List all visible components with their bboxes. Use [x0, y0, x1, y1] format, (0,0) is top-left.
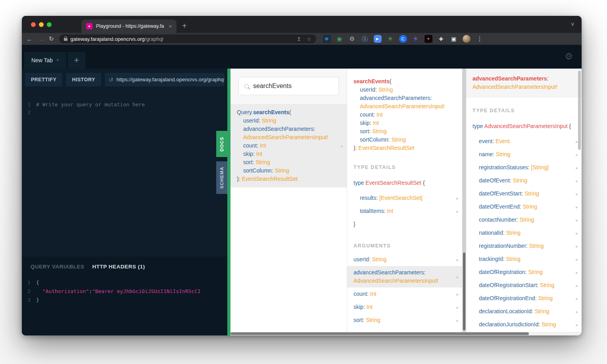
split-screen-icon[interactable]: ▣: [450, 35, 458, 43]
field-row-dateofevent[interactable]: dateOfEvent: String▸: [466, 174, 582, 187]
playground-tab-label: New Tab: [31, 57, 53, 63]
browser-menu-icon[interactable]: ⋮: [477, 35, 483, 42]
c-circle-extension-icon[interactable]: C: [399, 35, 407, 43]
field-row-dateofregistrationend[interactable]: dateOfRegistrationEnd: String▸: [466, 292, 582, 305]
argument-type-line: AdvancedSearchParametersInput!: [353, 277, 452, 285]
argument-row-advancedsearchparameters[interactable]: advancedSearchParameters: AdvancedSearch…: [347, 266, 462, 287]
http-headers-tab[interactable]: HTTP HEADERS (1): [92, 264, 145, 270]
signature-line: userId: String: [237, 117, 337, 125]
argument-row-skip[interactable]: skip: Int ▸: [347, 301, 462, 314]
reload-button[interactable]: ↻: [49, 35, 54, 42]
field-row-event[interactable]: event: Event▸: [466, 135, 582, 148]
playground-tab-close-icon[interactable]: ×: [56, 57, 59, 63]
field-row-results[interactable]: results: [EventSearchSet] ▸: [347, 192, 462, 205]
scrollbar-thumb[interactable]: [463, 253, 465, 330]
browser-tabstrip: ✶ Playground - https://gateway.fa × + ∨: [22, 16, 582, 33]
search-icon: [244, 84, 249, 88]
zoom-window-button[interactable]: [47, 22, 52, 27]
query-editor[interactable]: 1 # Write your query or mutation here 2: [22, 90, 227, 257]
field-row-trackingid[interactable]: trackingId: String▸: [466, 253, 582, 266]
docs-side-tab[interactable]: DOCS: [216, 131, 227, 157]
expand-arrow-icon: ▸: [576, 294, 578, 303]
chevron-down-icon[interactable]: ∨: [571, 21, 574, 27]
header-value: "Bearer eyJhbGciOiJSUzI1NiIsInR5cCI: [92, 288, 201, 294]
window-controls: [31, 22, 52, 27]
input-column-scrollbar-thumb[interactable]: [578, 71, 581, 150]
editor-line: 2: [22, 109, 227, 117]
expand-arrow-icon: ▸: [576, 281, 578, 289]
url-host: gateway.farajaland.opencrvs.org: [71, 36, 145, 42]
docs-search-input[interactable]: [253, 82, 333, 90]
docs-column-scrollbar[interactable]: [462, 69, 466, 335]
argument-row-sort[interactable]: sort: String ▸: [347, 314, 462, 327]
signature-line: sort: String: [237, 158, 337, 167]
docs-panel-divider[interactable]: [227, 69, 231, 335]
profile-avatar[interactable]: [463, 35, 471, 43]
tab-close-icon[interactable]: ×: [169, 23, 172, 29]
forward-button[interactable]: →: [38, 36, 44, 42]
new-tab-button[interactable]: +: [182, 22, 187, 30]
signature-line: ): EventSearchResultSet: [237, 175, 337, 183]
workspace-toolbar: PRETTIFY HISTORY ↺ https://gateway.faraj…: [22, 69, 227, 90]
signature-line: count: Int: [353, 111, 456, 119]
field-row-dateofregistrationstart[interactable]: dateOfRegistrationStart: String▸: [466, 279, 582, 292]
argument-row-userid[interactable]: userId: String ▸: [347, 253, 462, 266]
signature-line: AdvancedSearchParametersInput!: [353, 102, 456, 111]
close-window-button[interactable]: [31, 22, 36, 27]
extensions-puzzle-icon[interactable]: ✚: [437, 35, 445, 43]
bookmark-star-icon[interactable]: ☆: [307, 36, 311, 42]
minimize-window-button[interactable]: [39, 22, 44, 27]
field-row-name[interactable]: name: String▸: [466, 148, 582, 161]
signature-line: sortColumn: String: [353, 136, 456, 144]
docs-search-box[interactable]: [238, 77, 339, 95]
gear-extension-icon[interactable]: ⚙: [348, 35, 356, 43]
desktop-background: ✶ Playground - https://gateway.fa × + ∨ …: [0, 0, 607, 364]
browser-tab-title: Playground - https://gateway.fa: [96, 23, 164, 29]
endpoint-input[interactable]: ↺ https://gateway.farajaland.opencrvs.or…: [105, 73, 224, 86]
field-row-declarationlocationid[interactable]: declarationLocationId: String▸: [466, 305, 582, 318]
signature-line: count: Int: [237, 142, 337, 150]
field-row-registrationstatuses[interactable]: registrationStatuses: [String]▸: [466, 161, 582, 174]
playground-settings-gear-icon[interactable]: ⚙: [565, 51, 573, 62]
a-circle-extension-icon[interactable]: Ⓐ: [361, 35, 369, 43]
lighthouse-icon[interactable]: ◉: [336, 35, 344, 43]
scrollbar-thumb[interactable]: [231, 332, 529, 335]
field-row-declarationjurisdictionid[interactable]: declarationJurisdictionId: String▸: [466, 318, 582, 331]
browser-tab[interactable]: ✶ Playground - https://gateway.fa ×: [81, 19, 177, 33]
field-row-contactnumber[interactable]: contactNumber: String▸: [466, 213, 582, 226]
react-devtools-icon[interactable]: ⚛: [323, 35, 331, 43]
field-row-registrationnumber[interactable]: registrationNumber: String▸: [466, 239, 582, 253]
playground-add-tab-button[interactable]: +: [68, 52, 85, 69]
address-bar[interactable]: gateway.farajaland.opencrvs.org/graphql …: [59, 34, 316, 43]
expand-arrow-icon: ▸: [341, 142, 343, 150]
expand-arrow-icon: ▸: [576, 176, 578, 185]
arguments-heading: ARGUMENTS: [347, 243, 462, 249]
expand-arrow-icon: ▸: [456, 207, 459, 215]
dark-tile-extension-icon[interactable]: ✦: [425, 35, 432, 43]
field-row-nationalid[interactable]: nationalId: String▸: [466, 226, 582, 239]
share-icon[interactable]: ↥: [297, 36, 301, 42]
variables-pane: QUERY VARIABLES HTTP HEADERS (1) 1 { 2 "…: [22, 257, 227, 335]
field-row-totalitems[interactable]: totalItems: Int ▸: [347, 205, 462, 218]
purple-asterisk-extension-icon[interactable]: ✳: [412, 35, 420, 43]
arguments-list: userId: String ▸ advancedSearchParameter…: [347, 253, 462, 327]
endpoint-reload-icon[interactable]: ↺: [109, 77, 113, 83]
history-button[interactable]: HISTORY: [66, 73, 101, 86]
query-searchevents-item[interactable]: Query.searchEvents( userId: String advan…: [231, 104, 347, 188]
playground-tab[interactable]: New Tab ×: [24, 52, 66, 69]
field-row-dateofeventstart[interactable]: dateOfEventStart: String▸: [466, 187, 582, 200]
argument-name-line: advancedSearchParameters:: [353, 268, 452, 277]
prettify-button[interactable]: PRETTIFY: [25, 73, 62, 86]
expand-arrow-icon: ▸: [576, 150, 578, 159]
video-call-extension-icon[interactable]: ▶: [374, 35, 382, 43]
back-button[interactable]: ←: [27, 36, 33, 42]
schema-side-tab[interactable]: SCHEMA: [216, 161, 227, 194]
http-headers-editor[interactable]: 1 { 2 "Authorization":"Bearer eyJhbGciOi…: [22, 278, 227, 305]
green-asterisk-extension-icon[interactable]: ✳: [386, 35, 394, 43]
docs-horizontal-scrollbar[interactable]: [231, 332, 582, 335]
query-variables-tab[interactable]: QUERY VARIABLES: [31, 264, 85, 270]
field-row-dateofregistration[interactable]: dateOfRegistration: String▸: [466, 266, 582, 279]
signature-line: searchEvents(: [353, 77, 456, 86]
field-row-dateofeventend[interactable]: dateOfEventEnd: String▸: [466, 200, 582, 213]
argument-row-count[interactable]: count: Int ▸: [347, 287, 462, 301]
